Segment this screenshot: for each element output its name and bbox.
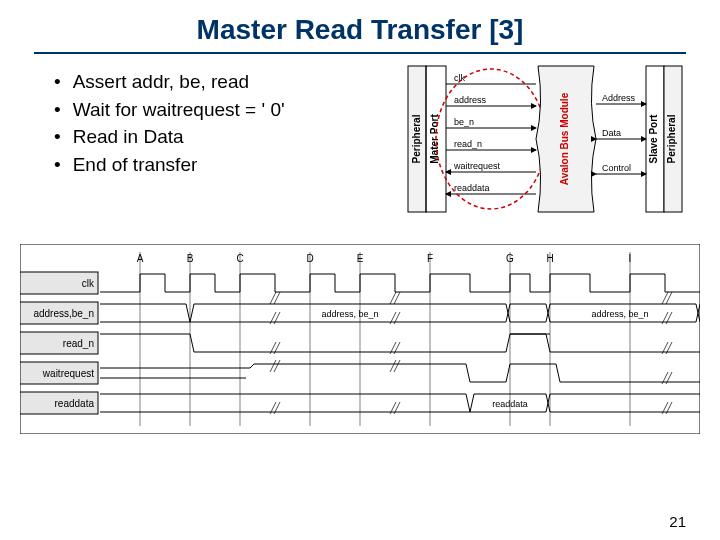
svg-text:G: G — [506, 253, 514, 264]
svg-text:E: E — [357, 253, 364, 264]
timing-diagram-area: clk address,be_n read_n waitrequest read… — [20, 244, 700, 438]
svg-text:A: A — [137, 253, 144, 264]
master-signal-arrows: clk address be_n read_n waitrequest read… — [446, 73, 536, 194]
page-number: 21 — [669, 513, 686, 530]
slave-port-label: Slave Port — [648, 114, 659, 164]
content-row: Assert addr, be, read Wait for waitreque… — [0, 64, 720, 214]
svg-text:B: B — [187, 253, 194, 264]
title-underline — [34, 52, 686, 54]
svg-text:waitrequest: waitrequest — [453, 161, 501, 171]
right-peripheral-label: Peripheral — [666, 114, 677, 163]
svg-text:readdata: readdata — [492, 399, 528, 409]
bus-module-label: Avalon Bus Module — [559, 92, 570, 185]
svg-text:Control: Control — [602, 163, 631, 173]
bullet-item: End of transfer — [54, 151, 386, 179]
svg-text:readdata: readdata — [454, 183, 490, 193]
svg-text:address,be_n: address,be_n — [33, 308, 94, 319]
svg-text:I: I — [629, 253, 632, 264]
svg-text:readdata: readdata — [55, 398, 95, 409]
svg-text:clk: clk — [82, 278, 95, 289]
bullet-item: Read in Data — [54, 123, 386, 151]
master-port-label: Mater Port — [429, 114, 440, 164]
svg-text:waitrequest: waitrequest — [42, 368, 94, 379]
svg-text:address, be_n: address, be_n — [321, 309, 378, 319]
highlight-ellipse — [436, 69, 546, 209]
slave-signal-arrows: Address Data Control — [596, 93, 646, 174]
svg-text:read_n: read_n — [454, 139, 482, 149]
svg-text:Data: Data — [602, 128, 621, 138]
svg-text:be_n: be_n — [454, 117, 474, 127]
svg-text:Address: Address — [602, 93, 636, 103]
svg-text:C: C — [236, 253, 243, 264]
left-peripheral-label: Peripheral — [411, 114, 422, 163]
bullet-item: Assert addr, be, read — [54, 68, 386, 96]
svg-text:H: H — [546, 253, 553, 264]
slide-title: Master Read Transfer [3] — [0, 0, 720, 52]
clk-waveform — [100, 274, 700, 292]
bullet-item: Wait for waitrequest = ' 0' — [54, 96, 386, 124]
svg-text:address, be_n: address, be_n — [591, 309, 648, 319]
svg-text:F: F — [427, 253, 433, 264]
timing-diagram: clk address,be_n read_n waitrequest read… — [20, 244, 700, 434]
block-diagram: Peripheral Mater Port clk address be_n r… — [406, 64, 686, 214]
svg-text:address: address — [454, 95, 487, 105]
svg-text:read_n: read_n — [63, 338, 94, 349]
svg-text:D: D — [306, 253, 313, 264]
bullet-list: Assert addr, be, read Wait for waitreque… — [34, 64, 386, 214]
